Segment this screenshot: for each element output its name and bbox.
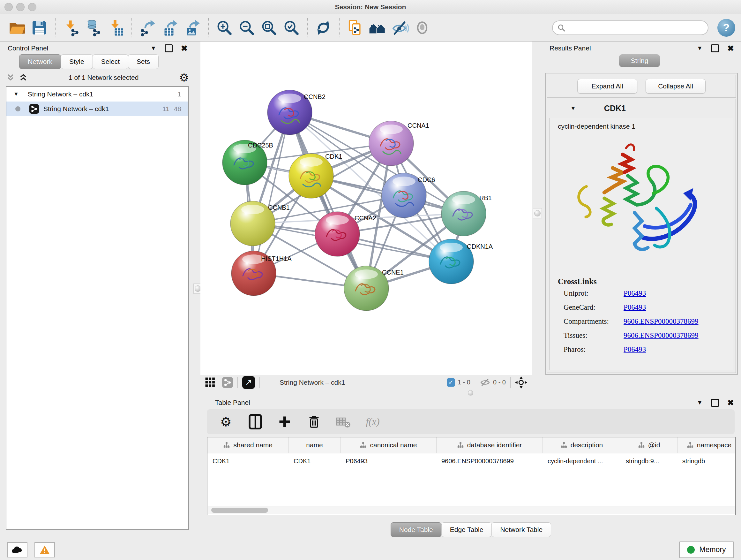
float-panel-icon[interactable] [165,44,173,52]
delete-table-icon[interactable] [335,414,352,430]
columns-icon[interactable] [247,414,264,430]
crosslink-tissues-link[interactable]: 9606.ENSP00000378699 [623,331,698,340]
network-status-dot [15,106,20,111]
function-builder-icon[interactable]: f(x) [364,414,381,430]
tab-string[interactable]: String [619,54,660,67]
hidden-eye-icon[interactable] [480,378,490,387]
vertical-splitter-right[interactable] [533,208,542,219]
import-network-icon[interactable] [60,17,82,39]
tab-network[interactable]: Network [19,54,61,69]
search-box[interactable] [552,20,709,35]
network-selection-status: 1 of 1 Network selected [28,74,179,81]
tab-edge-table[interactable]: Edge Table [441,522,492,537]
open-in-window-icon[interactable]: ↗ [242,376,255,389]
delete-column-icon[interactable] [306,414,322,430]
refresh-icon[interactable] [312,17,334,39]
zoom-fit-icon[interactable] [258,17,280,39]
crosslink-pharos-link[interactable]: P06493 [623,346,646,354]
search-input[interactable] [565,21,708,35]
grid-view-icon[interactable] [205,377,216,388]
horizontal-splitter[interactable] [468,390,473,395]
node-highlight [452,195,475,204]
first-neighbors-icon[interactable] [366,17,389,39]
import-table-icon[interactable] [105,17,127,39]
expand-all-icon[interactable] [18,73,28,82]
table-row[interactable]: CDK1 CDK1 P06493 9606.ENSP00000378699 cy… [207,453,736,469]
export-table-icon[interactable] [159,17,181,39]
zoom-selected-icon[interactable] [280,17,302,39]
collapse-panel-icon[interactable]: ▼ [150,45,156,52]
network-row[interactable]: String Network – cdk1 11 48 [6,102,188,116]
tab-sets[interactable]: Sets [128,54,158,69]
status-bar: Memory [0,539,741,560]
crosslink-compartments-link[interactable]: 9606.ENSP00000378699 [623,317,698,326]
network-collection-row[interactable]: ▼ String Network – cdk1 1 [6,87,188,102]
close-panel-icon[interactable]: ✖ [181,44,188,53]
network-edge-CCNB2-CCNE1[interactable] [290,112,366,288]
cell-shared-name[interactable]: CDK1 [207,453,288,469]
import-network-database-icon[interactable] [82,17,105,39]
help-icon[interactable]: ? [718,19,735,37]
add-column-icon[interactable] [276,414,293,430]
close-window-button[interactable] [4,3,13,11]
network-node-label: CCNA2 [354,214,376,222]
zoom-in-icon[interactable] [213,17,235,39]
network-node-label: CCNA1 [408,122,429,129]
tab-style[interactable]: Style [61,54,93,69]
column-header[interactable]: shared name [207,437,288,453]
memory-button[interactable]: Memory [679,542,734,558]
export-image-icon[interactable] [181,17,204,39]
scrollbar-thumb[interactable] [211,508,268,513]
save-session-icon[interactable] [28,17,51,39]
zoom-out-icon[interactable] [235,17,258,39]
zoom-window-button[interactable] [28,3,37,11]
close-panel-icon[interactable]: ✖ [727,398,734,408]
collapse-all-button[interactable]: Collapse All [646,79,705,94]
close-panel-icon[interactable]: ✖ [727,44,734,53]
crosslink-genecard-link[interactable]: P06493 [623,303,646,312]
horizontal-scrollbar[interactable] [208,506,735,514]
collapse-panel-icon[interactable]: ▼ [697,399,703,406]
string-share-icon[interactable] [222,377,233,388]
column-header[interactable]: namespace [677,437,736,453]
tree-expander-icon[interactable]: ▼ [13,91,19,98]
column-header[interactable]: name [288,437,340,453]
float-panel-icon[interactable] [711,44,719,52]
float-panel-icon[interactable] [711,399,719,407]
cell-namespace[interactable]: stringdb [677,453,736,469]
network-node-label: CCNE1 [382,269,404,276]
fit-selected-crosshair-icon[interactable] [515,376,527,388]
gear-icon[interactable]: ⚙ [218,414,234,430]
selected-count: 1 - 0 [458,379,470,386]
cell-canonical-name[interactable]: P06493 [340,453,436,469]
minimize-window-button[interactable] [16,3,24,11]
new-network-from-selection-icon[interactable] [344,17,366,39]
column-header[interactable]: @id [621,437,677,453]
cell-name[interactable]: CDK1 [288,453,340,469]
cell-id[interactable]: stringdb:9... [621,453,677,469]
warning-icon[interactable] [35,542,55,557]
open-session-icon[interactable] [6,17,28,39]
expand-all-button[interactable]: Expand All [577,79,637,94]
column-header[interactable]: canonical name [340,437,436,453]
tab-select[interactable]: Select [92,54,128,69]
crosslink-uniprot-link[interactable]: P06493 [623,289,646,298]
cell-database-identifier[interactable]: 9606.ENSP00000378699 [436,453,542,469]
tab-network-table[interactable]: Network Table [491,522,551,537]
tab-node-table[interactable]: Node Table [391,522,442,537]
collapse-all-icon[interactable] [6,73,15,82]
network-view-title: String Network – cdk1 [280,379,345,386]
entry-expander-icon[interactable]: ▼ [570,105,576,112]
cloud-icon[interactable] [7,542,27,557]
export-network-icon[interactable] [137,17,159,39]
selected-checkbox-icon[interactable]: ✓ [447,378,455,387]
column-header[interactable]: database identifier [436,437,542,453]
network-canvas[interactable]: CCNB2CCNA1CDC25BCDK1CDC6RB1CCNB1CCNA2CDK… [200,42,532,375]
gear-icon[interactable]: ⚙ [179,72,189,83]
node-highlight [355,269,378,279]
collapse-panel-icon[interactable]: ▼ [697,45,703,52]
show-all-icon[interactable] [411,17,433,39]
column-header[interactable]: description [542,437,621,453]
hide-selection-icon[interactable] [389,17,411,39]
cell-description[interactable]: cyclin-dependent ... [542,453,621,469]
